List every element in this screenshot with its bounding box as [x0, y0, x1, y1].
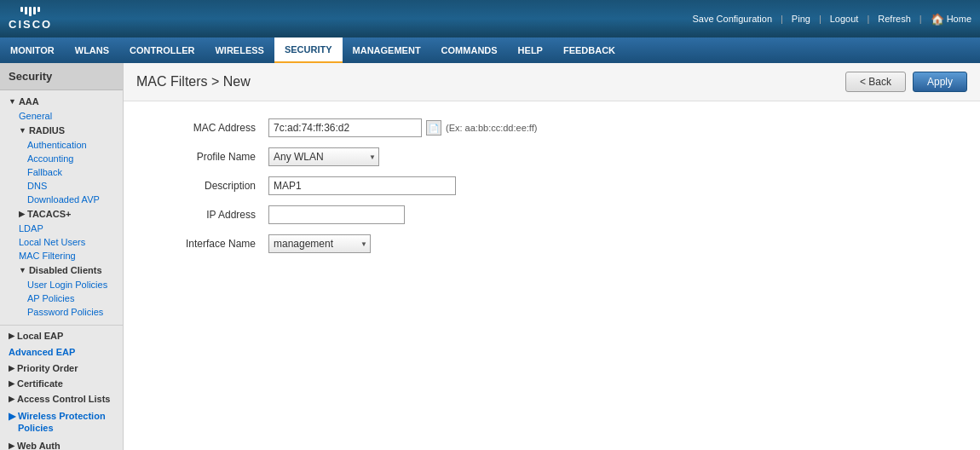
sidebar-item-ap-policies[interactable]: AP Policies	[0, 291, 123, 305]
nav-monitor[interactable]: MONITOR	[0, 38, 65, 63]
sidebar-item-radius[interactable]: ▼ RADIUS	[0, 123, 123, 138]
radius-arrow: ▼	[19, 126, 26, 135]
nav-controller[interactable]: CONTROLLER	[119, 38, 205, 63]
bar2	[25, 7, 27, 14]
sidebar-item-ldap[interactable]: LDAP	[0, 222, 123, 235]
profile-name-label: Profile Name	[149, 151, 268, 163]
save-config-link[interactable]: Save Configuration	[692, 14, 772, 24]
nav-security[interactable]: SECURITY	[274, 38, 343, 63]
priority-label: Priority Order	[17, 363, 78, 373]
sidebar-item-acl[interactable]: ▶ Access Control Lists	[0, 391, 123, 407]
bar5	[37, 7, 40, 12]
sidebar-item-general[interactable]: General	[0, 109, 123, 123]
sidebar: Security ▼ AAA General ▼ RADIUS Authenti…	[0, 63, 124, 450]
top-bar-left: CISCO	[9, 7, 69, 32]
form-area: MAC Address 📄 (Ex: aa:bb:cc:dd:ee:ff) Pr…	[124, 101, 980, 280]
interface-name-label: Interface Name	[149, 238, 268, 250]
back-button[interactable]: < Back	[845, 72, 906, 92]
home-link[interactable]: 🏠 Home	[931, 13, 971, 26]
bar1	[20, 7, 23, 12]
priority-arrow: ▶	[9, 364, 14, 372]
home-icon: 🏠	[931, 13, 944, 26]
bar3	[29, 7, 32, 16]
wpp-label: Wireless Protection Policies	[18, 410, 114, 435]
sidebar-item-downloaded-avp[interactable]: Downloaded AVP	[0, 193, 123, 206]
wpp-arrow: ▶	[9, 410, 15, 422]
radius-label: RADIUS	[29, 125, 65, 136]
sidebar-item-authentication[interactable]: Authentication	[0, 138, 123, 152]
sidebar-title: Security	[0, 63, 123, 90]
divider-1	[0, 325, 123, 326]
ip-address-row: IP Address	[149, 205, 954, 224]
disabled-clients-arrow: ▼	[19, 266, 26, 274]
sidebar-item-web-auth[interactable]: ▶ Web Auth	[0, 438, 123, 450]
sidebar-item-priority-order[interactable]: ▶ Priority Order	[0, 361, 123, 376]
acl-label: Access Control Lists	[17, 394, 110, 404]
sidebar-item-advanced-eap[interactable]: Advanced EAP	[0, 343, 123, 361]
sidebar-item-fallback[interactable]: Fallback	[0, 165, 123, 179]
interface-name-select-wrapper: management	[268, 234, 371, 253]
sidebar-item-tacacs[interactable]: ▶ TACACS+	[0, 206, 123, 222]
acl-arrow: ▶	[9, 395, 14, 403]
description-input[interactable]	[268, 176, 456, 195]
file-icon[interactable]: 📄	[426, 120, 441, 136]
cert-label: Certificate	[17, 378, 63, 389]
sidebar-item-local-eap[interactable]: ▶ Local EAP	[0, 328, 123, 343]
local-eap-label: Local EAP	[17, 331, 63, 341]
sidebar-item-wireless-protection[interactable]: ▶ Wireless Protection Policies	[0, 407, 123, 438]
ip-address-input[interactable]	[268, 205, 405, 224]
nav-commands[interactable]: COMMANDS	[431, 38, 508, 63]
tacacs-arrow: ▶	[19, 210, 25, 218]
top-bar: CISCO Save Configuration | Ping | Logout…	[0, 0, 980, 38]
sidebar-section-aaa: ▼ AAA General ▼ RADIUS Authentication Ac…	[0, 90, 123, 322]
sidebar-item-accounting[interactable]: Accounting	[0, 152, 123, 165]
profile-name-select-wrapper: Any WLAN	[268, 147, 379, 166]
nav-wireless[interactable]: WIRELESS	[205, 38, 274, 63]
cert-arrow: ▶	[9, 379, 14, 388]
sidebar-item-password-policies[interactable]: Password Policies	[0, 305, 123, 319]
web-auth-label: Web Auth	[17, 441, 61, 450]
page-title: MAC Filters > New	[136, 74, 251, 89]
sidebar-item-mac-filtering[interactable]: MAC Filtering	[0, 249, 123, 262]
home-text: Home	[947, 14, 971, 24]
nav-help[interactable]: HELP	[508, 38, 553, 63]
interface-name-row: Interface Name management	[149, 234, 954, 253]
header-buttons: < Back Apply	[845, 72, 967, 92]
nav-bar: MONITOR WLANs CONTROLLER WIRELESS SECURI…	[0, 38, 980, 63]
nav-management[interactable]: MANAGEMENT	[343, 38, 431, 63]
aaa-arrow: ▼	[9, 97, 16, 106]
apply-button[interactable]: Apply	[913, 72, 967, 92]
mac-address-row: MAC Address 📄 (Ex: aa:bb:cc:dd:ee:ff)	[149, 118, 954, 137]
sidebar-item-disabled-clients[interactable]: ▼ Disabled Clients	[0, 262, 123, 278]
mac-address-input[interactable]	[268, 118, 422, 137]
content-header: MAC Filters > New < Back Apply	[124, 63, 980, 101]
ping-link[interactable]: Ping	[792, 14, 810, 24]
sidebar-item-user-login-policies[interactable]: User Login Policies	[0, 278, 123, 291]
main: Security ▼ AAA General ▼ RADIUS Authenti…	[0, 63, 980, 450]
mac-address-hint: (Ex: aa:bb:cc:dd:ee:ff)	[446, 123, 537, 133]
logout-link[interactable]: Logout	[830, 14, 859, 24]
top-bar-right: Save Configuration | Ping | Logout | Ref…	[692, 13, 971, 26]
cisco-logo: CISCO	[9, 7, 52, 32]
mac-address-label: MAC Address	[149, 122, 268, 134]
disabled-clients-label: Disabled Clients	[29, 265, 102, 275]
cisco-text: CISCO	[9, 18, 52, 32]
refresh-link[interactable]: Refresh	[878, 14, 911, 24]
web-auth-arrow: ▶	[9, 441, 14, 450]
sidebar-item-dns[interactable]: DNS	[0, 179, 123, 193]
nav-feedback[interactable]: FEEDBACK	[553, 38, 625, 63]
content-area: MAC Filters > New < Back Apply MAC Addre…	[124, 63, 980, 450]
profile-name-select[interactable]: Any WLAN	[268, 147, 379, 166]
description-row: Description	[149, 176, 954, 195]
sidebar-item-aaa[interactable]: ▼ AAA	[0, 94, 123, 109]
aaa-label: AAA	[19, 96, 39, 107]
interface-name-select[interactable]: management	[268, 234, 371, 253]
ip-address-label: IP Address	[149, 209, 268, 221]
sidebar-item-certificate[interactable]: ▶ Certificate	[0, 376, 123, 391]
nav-wlans[interactable]: WLANs	[65, 38, 119, 63]
bar4	[33, 7, 36, 14]
sidebar-item-local-net-users[interactable]: Local Net Users	[0, 235, 123, 249]
cisco-bars	[20, 7, 40, 16]
description-label: Description	[149, 180, 268, 192]
mac-address-wrapper: 📄 (Ex: aa:bb:cc:dd:ee:ff)	[268, 118, 537, 137]
